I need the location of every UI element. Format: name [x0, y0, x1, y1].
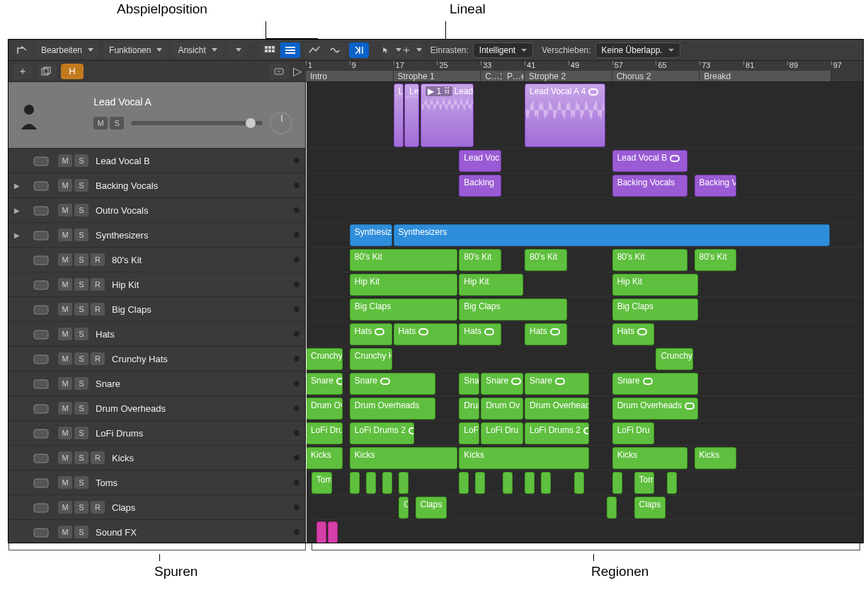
region[interactable]: Drum Ov — [481, 398, 523, 420]
track-header[interactable]: MSHats — [8, 322, 305, 347]
catch-playhead-button[interactable] — [349, 42, 369, 58]
region[interactable]: Backing Vocals — [612, 175, 687, 197]
m-button[interactable]: M — [58, 402, 72, 415]
region[interactable]: Snare — [459, 373, 479, 395]
m-button[interactable]: M — [58, 278, 72, 291]
r-button[interactable]: R — [91, 253, 105, 266]
region[interactable]: 80's Kit — [350, 249, 458, 271]
s-button[interactable]: S — [74, 451, 88, 464]
region[interactable]: Hats — [394, 323, 458, 345]
region[interactable]: Snare — [481, 373, 523, 395]
m-button[interactable]: M — [58, 154, 72, 167]
region[interactable] — [475, 472, 485, 494]
hide-button[interactable]: H — [61, 64, 84, 79]
region[interactable] — [350, 472, 360, 494]
playhead[interactable] — [306, 82, 307, 543]
m-button[interactable]: M — [93, 117, 108, 129]
region[interactable]: Kicks — [350, 447, 458, 469]
s-button[interactable]: S — [110, 117, 124, 129]
region[interactable] — [612, 472, 622, 494]
track-header[interactable]: MSRBig Claps — [8, 297, 305, 322]
region[interactable]: 80's Kit — [612, 249, 687, 271]
s-button[interactable]: S — [74, 278, 88, 291]
add-track-button[interactable]: ＋ — [13, 64, 33, 79]
region[interactable]: 80's Kit — [459, 249, 501, 271]
grid-view-button[interactable] — [260, 42, 280, 58]
track-lane[interactable] — [306, 495, 863, 520]
track-header[interactable]: ▶MSOutro Vocals — [8, 198, 305, 223]
region[interactable] — [382, 472, 392, 494]
region[interactable]: LoFi Dru — [459, 422, 479, 444]
pan-knob[interactable] — [270, 112, 292, 134]
region[interactable]: Drum Overhead — [525, 398, 589, 420]
region[interactable]: Crunchy — [306, 348, 343, 370]
view-options-button[interactable] — [227, 42, 247, 58]
disclosure-triangle[interactable]: ▶ — [14, 207, 24, 214]
s-button[interactable]: S — [74, 154, 88, 167]
arrange-area[interactable]: Lead Vocal ALead Vocal A▶ 1 ⠿Lead Vocal … — [306, 82, 863, 543]
automation-button[interactable] — [304, 42, 324, 58]
region[interactable]: Kicks — [695, 447, 737, 469]
track-header[interactable]: MSToms — [8, 470, 305, 495]
region[interactable]: Lead Voc — [459, 150, 501, 172]
region[interactable] — [316, 521, 326, 543]
m-button[interactable]: M — [58, 303, 72, 316]
track-lane[interactable] — [306, 149, 863, 173]
region[interactable]: Claps — [634, 497, 666, 519]
region[interactable]: Drum Overheads — [612, 398, 699, 420]
track-header[interactable]: MSDrum Overheads — [8, 396, 305, 421]
m-button[interactable]: M — [58, 427, 72, 439]
region[interactable] — [525, 472, 535, 494]
ruler-area[interactable]: 191725334149576573818997 IntroStrophe 1C… — [306, 61, 863, 81]
region[interactable] — [503, 472, 513, 494]
r-button[interactable]: R — [91, 352, 105, 365]
region[interactable]: Big Claps — [459, 299, 567, 320]
track-header[interactable]: MSSound FX — [8, 520, 305, 543]
m-button[interactable]: M — [58, 501, 72, 514]
track-header[interactable]: MSRCrunchy Hats — [8, 347, 305, 371]
list-view-button[interactable] — [280, 42, 300, 58]
marquee-tool[interactable] — [402, 42, 422, 58]
s-button[interactable]: S — [74, 427, 88, 439]
track-header[interactable]: ▶MSSynthesizers — [8, 223, 305, 248]
region[interactable]: Kicks — [306, 447, 343, 469]
region[interactable]: LoFi Dru — [612, 422, 655, 444]
region[interactable]: Snare — [525, 373, 589, 395]
region[interactable]: ▶ 1 ⠿Lead Vocal A 3 — [421, 83, 474, 147]
track-header[interactable]: MSRKicks — [8, 446, 305, 470]
region[interactable]: Claps — [416, 497, 447, 519]
disclosure-triangle[interactable]: ▶ — [14, 231, 24, 239]
region[interactable]: Crunchy Hats — [350, 348, 392, 370]
volume-slider[interactable] — [131, 121, 263, 125]
arrangement-marker[interactable]: Breakd — [699, 71, 830, 81]
playhead-return-icon[interactable]: ▷ — [293, 64, 302, 78]
region[interactable]: Synthesizers — [350, 224, 392, 246]
region[interactable]: Lead Vocal A 4 — [525, 83, 605, 147]
arrangement-marker[interactable]: Strophe 2 — [525, 71, 612, 81]
region[interactable]: Hats — [612, 323, 655, 345]
region[interactable]: Snare — [350, 373, 436, 395]
region[interactable]: 80's Kit — [525, 249, 567, 271]
region[interactable] — [459, 472, 469, 494]
r-button[interactable]: R — [91, 501, 105, 514]
m-button[interactable]: M — [58, 229, 72, 241]
catch-dropdown[interactable] — [269, 64, 289, 79]
region[interactable]: Big Claps — [350, 299, 458, 320]
region[interactable]: Hats — [525, 323, 567, 345]
region[interactable]: Drum Ov — [459, 398, 479, 420]
track-header[interactable]: MSRHip Kit — [8, 272, 305, 297]
s-button[interactable]: S — [74, 501, 88, 514]
s-button[interactable]: S — [74, 526, 88, 538]
region[interactable]: Toms — [634, 472, 655, 494]
arrangement-marker[interactable]: Intro — [306, 71, 394, 81]
m-button[interactable]: M — [58, 352, 72, 365]
region[interactable]: Lead Vocal B — [612, 150, 687, 172]
region[interactable] — [667, 472, 677, 494]
s-button[interactable]: S — [74, 328, 88, 340]
functions-menu[interactable]: Funktionen — [103, 42, 168, 58]
region[interactable]: Synthesizers — [394, 224, 830, 246]
flex-button[interactable] — [325, 42, 345, 58]
region[interactable]: LoFi Drums 2 — [525, 422, 589, 444]
track-lane[interactable] — [306, 173, 863, 198]
region[interactable]: Hats — [350, 323, 392, 345]
